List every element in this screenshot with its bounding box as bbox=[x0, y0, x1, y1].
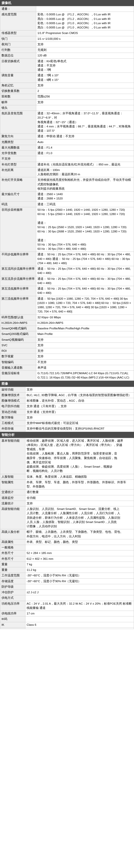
value: 不支持 bbox=[36, 359, 134, 365]
value: 移动侦测，越界侦测，区域入侵，进入区域，离开区域，人脸侦测，越界 (单双向)，区… bbox=[25, 438, 134, 474]
value: 52 × 284 × 185 mm bbox=[25, 551, 134, 556]
table-row: 防护等级 bbox=[0, 584, 134, 589]
label: 功耗电压功率 bbox=[0, 601, 25, 611]
value: -30°~60°C，湿度小于90% RH（无凝结） bbox=[25, 579, 134, 584]
table-row: 双框数 范围≤256 bbox=[0, 94, 134, 99]
value: 1/1 s~1/100,000 s bbox=[36, 36, 134, 41]
table-row: 数字降噪 支持 bbox=[0, 415, 134, 420]
table-row: 音频压缩标准 G.711/G.722.1/G.726/MP4.2/PCM/AAC… bbox=[0, 371, 134, 381]
label: 感光度范围 bbox=[0, 12, 36, 30]
table-row: 宽动态功能 支持 通道（支持外置） bbox=[0, 409, 134, 415]
page-container: 摄像机 通量： 感光度范围 彩色：0.0005 Lux @ （F1.2，AGCO… bbox=[0, 0, 134, 629]
label: SmartQ视频编码 bbox=[0, 337, 36, 342]
table-row: 调焦音量 通道：7网 ± 10° 通道：9网 ± 15° bbox=[0, 73, 134, 83]
table-row: 第五流同步流频率分辨率 通道： 50 Hz：25 fps (704 × 576,… bbox=[0, 266, 134, 276]
table-row: 码流 通道：三码流 bbox=[0, 202, 134, 207]
value: 支持 bbox=[36, 348, 134, 354]
table-row: 工程模式 支持中MAP标准格式最优：可设定区域 bbox=[0, 421, 134, 426]
label: 高级人脸分析 bbox=[0, 529, 25, 539]
value: 通道： 50 Hz：25 fps (704 × 576, 640 × 480) … bbox=[36, 252, 134, 266]
label: 高级智能功能 bbox=[0, 506, 25, 529]
value: 11.2 kg bbox=[25, 567, 134, 573]
table-row: 存储温度 -30°~60°C，湿度小于90% RH（无凝结） bbox=[0, 579, 134, 584]
value: 单声道 bbox=[36, 365, 134, 370]
label: 数据总位 bbox=[0, 53, 36, 58]
table-row: 聚焦方向 通道：申联动 通道：不支持 bbox=[0, 134, 134, 139]
table-row: 智能编码 不支持 bbox=[0, 359, 134, 365]
ai-table: 基本智能功能 移动侦测，越界侦测，区域入侵，进入区域，离开区域，人脸侦测，越界 … bbox=[0, 438, 134, 629]
value: 通道： 50 Hz：25 fps (704 × 576, 640 × 480) … bbox=[36, 276, 134, 286]
table-row: 音频输入通道数 单声道 bbox=[0, 365, 134, 370]
table-row: 流量统计 支持 bbox=[0, 501, 134, 506]
label: 补光距离 bbox=[0, 167, 36, 177]
value: ±2 J-±2 J bbox=[25, 590, 134, 595]
table-row: 外形尺寸 612 × 402 × 361 mm bbox=[0, 556, 134, 562]
label: 补光灯类型 bbox=[0, 162, 36, 167]
value: 7 kg bbox=[25, 562, 134, 567]
table-row: 供电方式 bbox=[0, 595, 134, 601]
label: SVC bbox=[0, 342, 36, 348]
label: 调焦音量 bbox=[0, 73, 36, 83]
value bbox=[25, 584, 134, 589]
value bbox=[36, 6, 134, 12]
table-row: 高级属性 外表、类型、标记、颜色，颜色、类型 bbox=[0, 539, 134, 545]
table-row bbox=[0, 627, 134, 629]
label: 道路监控 bbox=[0, 495, 25, 501]
table-row: 不同步低频率分辨率 通道： 50 Hz：25 fps (704 × 576, 6… bbox=[0, 252, 134, 266]
label: 行列数 bbox=[0, 47, 36, 53]
label: 交通统计 bbox=[0, 490, 25, 495]
value: 支持 bbox=[25, 501, 134, 506]
label: 码率范围/默认值 bbox=[0, 314, 36, 320]
table-row: 重量 11.2 kg bbox=[0, 567, 134, 573]
value: 通道： 50 Hz：25 fps (704 × 576, 640 × 480) … bbox=[36, 286, 134, 296]
label: 夜间门 bbox=[0, 41, 36, 47]
table-row: 第五流低频率分辨率 通道： 50 Hz：25 fps (704 × 576, 6… bbox=[0, 286, 134, 296]
label: 第三流低频率分辨率 bbox=[0, 296, 36, 314]
table-row: 功耗电压功率 AC：24 V，2.01 A，最大关闭：32.2 W AC：24 … bbox=[0, 601, 134, 611]
label: 音频输入通道数 bbox=[0, 365, 36, 370]
value bbox=[25, 627, 134, 629]
label: 光学变焦数 bbox=[0, 151, 36, 156]
value: 2 bbox=[36, 88, 134, 94]
value: 实体、角度、角度侦测，人体追踪、精确抓取 bbox=[25, 474, 134, 479]
section-image: 图像 旋转功能 支持 图像增强技术 BLC, HLC, 3D数字降噪, AGC，… bbox=[0, 381, 134, 432]
label: 工作温度范围 bbox=[0, 573, 25, 579]
section-title-camera: 摄像机 bbox=[0, 0, 134, 6]
value: 通行数量 bbox=[25, 490, 134, 495]
table-row: 行列数 无规则 bbox=[0, 47, 134, 53]
value: 通道：7网 ± 10° 通道：9网 ± 15° bbox=[36, 73, 134, 83]
table-row: 旋转功能 支持 bbox=[0, 387, 134, 392]
value: 无规则 bbox=[36, 47, 134, 53]
table-row: 冲击防护 ±2 J-±2 J bbox=[0, 590, 134, 595]
value: 支持 bbox=[36, 337, 134, 342]
table-row: IK Class 6 bbox=[0, 622, 134, 627]
label: 焦距及变焦范围 bbox=[0, 111, 36, 134]
label: 第五流同步流频率分辨率 bbox=[0, 266, 36, 276]
label: 高级属性 bbox=[0, 539, 25, 545]
label: 最大光圈数值 bbox=[0, 145, 36, 150]
label: 旋转功能 bbox=[0, 387, 25, 392]
label: 存储温度 bbox=[0, 579, 25, 584]
table-row: 高级人脸分析 帽子、眼镜、上衣颜色、上衣类型、下身颜色、下身类型、包包、背包、 … bbox=[0, 529, 134, 539]
value: 612 × 402 × 361 mm bbox=[25, 556, 134, 562]
value: 通道：KH彩色/单色式 通道：不支持 通道：7网 bbox=[36, 58, 134, 73]
table-row: ROI 支持 bbox=[0, 348, 134, 354]
value: 支持 bbox=[36, 342, 134, 348]
section-camera: 摄像机 通量： 感光度范围 彩色：0.0005 Lux @ （F1.2，AGCO… bbox=[0, 0, 134, 381]
label: 传感器类型 bbox=[0, 30, 36, 36]
value: 通道：申联动 通道：不支持 bbox=[36, 134, 134, 139]
label: ROI bbox=[0, 348, 36, 354]
label: 智能编码 bbox=[0, 359, 36, 365]
label: 工程模式 bbox=[0, 421, 25, 426]
table-row: 数据总位 120 dB bbox=[0, 53, 134, 58]
value bbox=[36, 105, 134, 111]
table-row: 最大输出尺寸 通道：2560 × 1440 通道：2688 × 1520 bbox=[0, 192, 134, 202]
label: 图像增强模式 bbox=[0, 398, 25, 404]
section-title-image: 图像 bbox=[0, 381, 134, 387]
table-row: 补光灯类型 通道补光（光线自适应激光/红外混光模式）：850 nm，最远光 bbox=[0, 162, 134, 167]
table-row: 工作温度范围 -30°~60°C，湿度小于90% RH（无凝结） bbox=[0, 573, 134, 579]
label: 数字视窗 bbox=[0, 354, 36, 359]
label: 外部存储 bbox=[0, 426, 25, 432]
table-row: 基本智能功能 移动侦测，越界侦测，区域入侵，进入区域，离开区域，人脸侦测，越界 … bbox=[0, 438, 134, 474]
label: 快门 bbox=[0, 36, 36, 41]
